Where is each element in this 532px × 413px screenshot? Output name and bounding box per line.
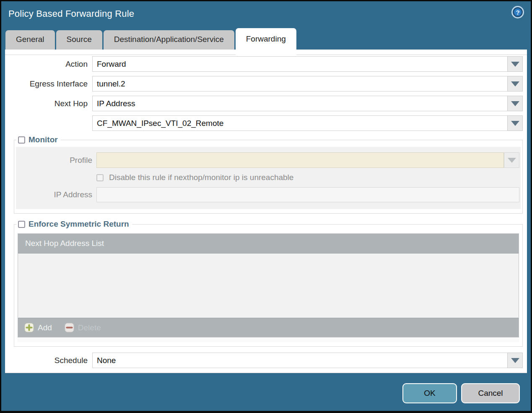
monitor-legend-label: Monitor xyxy=(29,135,58,144)
cancel-button[interactable]: Cancel xyxy=(461,383,520,403)
forwarding-tab-panel: Action Egress Interface Next Hop xyxy=(5,50,527,373)
symmetric-return-legend: Enforce Symmetric Return xyxy=(16,220,132,229)
delete-button-label: Delete xyxy=(78,323,101,332)
add-button-label: Add xyxy=(38,323,52,332)
next-hop-address-combo xyxy=(92,115,523,131)
chevron-down-icon xyxy=(511,101,519,106)
tab-source[interactable]: Source xyxy=(56,30,102,50)
next-hop-label: Next Hop xyxy=(5,99,92,108)
tab-destination-application-service[interactable]: Destination/Application/Service xyxy=(104,30,234,50)
disable-rule-check-row: Disable this rule if nexthop/monitor ip … xyxy=(96,173,293,182)
action-row: Action xyxy=(5,56,523,72)
next-hop-address-input[interactable] xyxy=(92,115,507,131)
monitor-ip-label: IP Address xyxy=(16,190,96,199)
egress-interface-dropdown-trigger[interactable] xyxy=(507,76,523,91)
tab-forwarding[interactable]: Forwarding xyxy=(236,28,296,50)
next-hop-type-combo xyxy=(92,96,523,111)
grid-body-empty[interactable] xyxy=(18,254,519,318)
dialog-titlebar: Policy Based Forwarding Rule ? xyxy=(1,1,531,26)
action-input[interactable] xyxy=(92,56,507,72)
grid-toolbar: Add Delete xyxy=(18,318,519,337)
plus-icon xyxy=(24,323,34,332)
monitor-ip-input xyxy=(96,187,519,202)
action-label: Action xyxy=(5,60,92,69)
next-hop-address-dropdown-trigger[interactable] xyxy=(507,115,523,131)
dialog-title: Policy Based Forwarding Rule xyxy=(8,8,134,19)
ok-button[interactable]: OK xyxy=(402,383,457,403)
pbf-rule-dialog: Policy Based Forwarding Rule ? General S… xyxy=(0,0,532,413)
profile-label: Profile xyxy=(16,156,96,165)
next-hop-type-dropdown-trigger[interactable] xyxy=(507,96,523,111)
disable-rule-row: Disable this rule if nexthop/monitor ip … xyxy=(16,173,521,182)
minus-icon xyxy=(65,323,74,332)
delete-button: Delete xyxy=(65,323,101,332)
dialog-footer: OK Cancel xyxy=(1,383,520,403)
disable-rule-checkbox xyxy=(96,174,104,181)
schedule-row: Schedule xyxy=(5,353,523,368)
chevron-down-icon xyxy=(508,158,516,163)
monitor-ip-row: IP Address xyxy=(16,187,521,202)
egress-interface-row: Egress Interface xyxy=(5,76,523,91)
grid-column-header[interactable]: Next Hop Address List xyxy=(18,234,519,254)
egress-interface-label: Egress Interface xyxy=(5,79,92,89)
monitor-checkbox[interactable] xyxy=(18,136,25,144)
next-hop-row: Next Hop xyxy=(5,96,523,111)
grid-footer-strip xyxy=(18,337,519,342)
next-hop-type-input[interactable] xyxy=(92,96,507,111)
next-hop-address-list-grid: Next Hop Address List Add xyxy=(18,233,519,337)
egress-interface-combo xyxy=(92,76,523,91)
profile-combo xyxy=(96,152,519,168)
svg-text:?: ? xyxy=(516,9,519,16)
grid-header-label: Next Hop Address List xyxy=(25,239,104,248)
egress-interface-input[interactable] xyxy=(92,76,507,91)
schedule-combo xyxy=(92,353,523,368)
action-dropdown-trigger[interactable] xyxy=(507,56,523,72)
symmetric-return-checkbox[interactable] xyxy=(18,221,25,228)
schedule-dropdown-trigger[interactable] xyxy=(507,353,523,368)
chevron-down-icon xyxy=(511,62,519,67)
monitor-legend: Monitor xyxy=(16,135,61,144)
chevron-down-icon xyxy=(511,121,519,126)
schedule-label: Schedule xyxy=(5,356,92,365)
chevron-down-icon xyxy=(511,81,519,86)
next-hop-address-row xyxy=(5,115,523,131)
profile-input xyxy=(96,152,504,168)
monitor-group-body: Profile Disable this rule if nexthop/mon… xyxy=(16,147,521,209)
help-icon[interactable]: ? xyxy=(511,6,524,18)
monitor-fieldset: Monitor Profile Disable this rule if nex… xyxy=(14,135,523,214)
symmetric-return-fieldset: Enforce Symmetric Return Next Hop Addres… xyxy=(14,220,523,347)
profile-row: Profile xyxy=(16,152,521,168)
tab-general[interactable]: General xyxy=(5,30,55,50)
action-combo xyxy=(92,56,523,72)
chevron-down-icon xyxy=(511,358,519,363)
profile-dropdown-trigger xyxy=(504,152,519,168)
symmetric-return-legend-label: Enforce Symmetric Return xyxy=(29,220,129,229)
add-button[interactable]: Add xyxy=(24,323,52,332)
disable-rule-label: Disable this rule if nexthop/monitor ip … xyxy=(109,173,293,182)
schedule-input[interactable] xyxy=(92,353,507,368)
tab-bar: General Source Destination/Application/S… xyxy=(1,26,531,50)
